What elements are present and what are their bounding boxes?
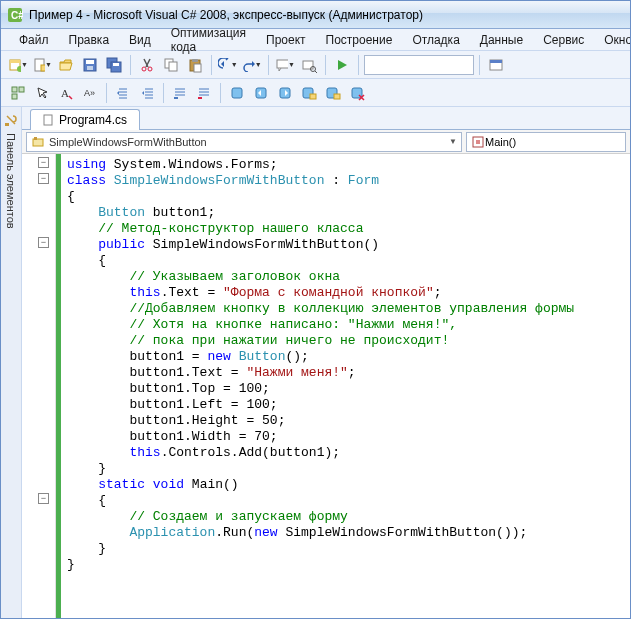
outline-toggle[interactable]: − (38, 493, 49, 504)
member-combo[interactable]: Main() (466, 132, 626, 152)
toolbox-label: Панель элементов (5, 133, 17, 229)
svg-point-13 (142, 67, 146, 71)
svg-rect-40 (33, 139, 43, 146)
svg-rect-19 (194, 64, 201, 72)
add-item-button[interactable]: ▼ (31, 54, 53, 76)
bookmark-next-button[interactable] (274, 82, 296, 104)
new-project-button[interactable]: ▼ (7, 54, 29, 76)
bookmark-toggle-button[interactable] (226, 82, 248, 104)
save-all-button[interactable] (103, 54, 125, 76)
bookmark-prev-button[interactable] (250, 82, 272, 104)
menu-optimize[interactable]: Оптимизация кода (163, 24, 254, 56)
toolbar-extra-button[interactable] (485, 54, 507, 76)
svg-rect-18 (192, 59, 198, 62)
svg-rect-43 (476, 140, 480, 144)
window-title: Пример 4 - Microsoft Visual C# 2008, экс… (29, 8, 423, 22)
svg-rect-36 (334, 94, 340, 99)
comment-out-button[interactable] (169, 82, 191, 104)
svg-rect-16 (169, 62, 177, 71)
svg-rect-12 (113, 63, 119, 66)
bookmark-next-folder-button[interactable] (322, 82, 344, 104)
increase-indent-button[interactable] (136, 82, 158, 104)
menu-file[interactable]: Файл (11, 31, 57, 49)
code-area[interactable]: using System.Windows.Forms; class Simple… (61, 154, 630, 619)
step-into-icon[interactable]: A» (79, 82, 101, 104)
menu-debug[interactable]: Отладка (404, 31, 467, 49)
find-button[interactable] (298, 54, 320, 76)
outline-gutter[interactable]: − − − − (22, 154, 56, 619)
cut-button[interactable] (136, 54, 158, 76)
svg-text:C#: C# (11, 10, 23, 21)
file-icon (43, 114, 55, 126)
tab-program4[interactable]: Program4.cs (30, 109, 140, 130)
menu-build[interactable]: Построение (318, 31, 401, 49)
bookmark-prev-folder-button[interactable] (298, 82, 320, 104)
svg-rect-41 (34, 137, 37, 140)
class-combo[interactable]: SimpleWindowsFormWithButton ▼ (26, 132, 462, 152)
document-tabs: Program4.cs (22, 107, 630, 130)
toolbar-text-editor: A A» (1, 79, 630, 107)
titlebar: C# Пример 4 - Microsoft Visual C# 2008, … (1, 1, 630, 29)
svg-rect-27 (12, 94, 17, 99)
outline-toggle[interactable]: − (38, 173, 49, 184)
svg-rect-21 (303, 61, 313, 69)
method-icon (471, 135, 485, 149)
decrease-indent-button[interactable] (112, 82, 134, 104)
uncomment-button[interactable] (193, 82, 215, 104)
svg-rect-24 (490, 60, 502, 63)
svg-rect-34 (310, 94, 316, 99)
svg-rect-9 (87, 66, 93, 70)
navigation-bar: SimpleWindowsFormWithButton ▼ Main() (22, 130, 630, 154)
member-name: Main() (485, 136, 516, 148)
object-browser-icon[interactable] (7, 82, 29, 104)
class-icon (31, 135, 45, 149)
toolbox-panel[interactable]: Панель элементов (1, 107, 22, 619)
code-editor[interactable]: − − − − using System.Windows.Forms; clas… (22, 154, 630, 619)
svg-text:A: A (61, 87, 69, 99)
svg-rect-26 (19, 87, 24, 92)
paste-button[interactable] (184, 54, 206, 76)
start-debug-button[interactable] (331, 54, 353, 76)
svg-text:A»: A» (84, 88, 95, 98)
svg-rect-38 (5, 123, 9, 126)
toolbox-icon (4, 113, 18, 127)
menu-window[interactable]: Окно (596, 31, 631, 49)
toolbar-main: ▼ ▼ ▼ ▼ ▼ (1, 51, 630, 79)
menu-project[interactable]: Проект (258, 31, 314, 49)
pointer-icon[interactable] (31, 82, 53, 104)
letter-icon[interactable]: A (55, 82, 77, 104)
menu-service[interactable]: Сервис (535, 31, 592, 49)
save-button[interactable] (79, 54, 101, 76)
svg-rect-25 (12, 87, 17, 92)
chevron-down-icon: ▼ (449, 137, 457, 146)
menubar: Файл Правка Вид Оптимизация кода Проект … (1, 29, 630, 51)
comment-button[interactable]: ▼ (274, 54, 296, 76)
menu-edit[interactable]: Правка (61, 31, 118, 49)
class-name: SimpleWindowsFormWithButton (49, 136, 207, 148)
svg-point-14 (148, 67, 152, 71)
app-icon: C# (7, 7, 23, 23)
svg-rect-20 (277, 60, 288, 68)
redo-button[interactable]: ▼ (241, 54, 263, 76)
undo-button[interactable]: ▼ (217, 54, 239, 76)
outline-toggle[interactable]: − (38, 157, 49, 168)
menu-view[interactable]: Вид (121, 31, 159, 49)
tab-label: Program4.cs (59, 113, 127, 127)
copy-button[interactable] (160, 54, 182, 76)
menu-data[interactable]: Данные (472, 31, 531, 49)
outline-toggle[interactable]: − (38, 237, 49, 248)
svg-rect-8 (86, 60, 94, 64)
svg-rect-39 (44, 115, 52, 125)
open-button[interactable] (55, 54, 77, 76)
svg-rect-3 (10, 60, 20, 63)
config-combo[interactable] (364, 55, 474, 75)
bookmark-clear-button[interactable] (346, 82, 368, 104)
svg-rect-30 (232, 88, 242, 98)
